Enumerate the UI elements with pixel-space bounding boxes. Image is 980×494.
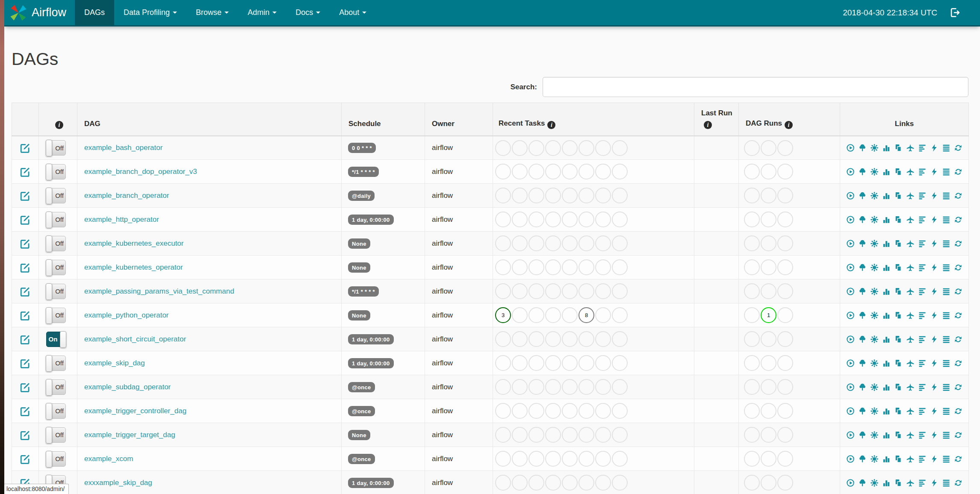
task-state-circle[interactable] bbox=[545, 164, 561, 179]
dag-link[interactable]: example_skip_dag bbox=[84, 359, 145, 367]
task-state-circle[interactable] bbox=[595, 427, 611, 443]
toggle-handle[interactable] bbox=[46, 355, 52, 372]
dag-run-circle[interactable] bbox=[744, 164, 760, 179]
dag-pause-toggle[interactable]: On bbox=[46, 332, 66, 347]
task-state-circle[interactable] bbox=[595, 235, 611, 251]
code-bolt-icon[interactable]: Code View bbox=[930, 311, 939, 320]
landing-times-icon[interactable]: Landing Times bbox=[906, 359, 915, 368]
graph-icon[interactable]: Graph View bbox=[870, 359, 879, 368]
task-state-circle[interactable] bbox=[545, 451, 561, 467]
play-circle-icon[interactable]: Trigger Dag bbox=[846, 407, 855, 415]
code-bolt-icon[interactable]: Code View bbox=[930, 215, 939, 224]
task-state-circle[interactable] bbox=[562, 379, 578, 395]
edit-dag-icon[interactable] bbox=[20, 238, 31, 249]
gantt-icon[interactable]: Gantt View bbox=[918, 191, 927, 200]
play-circle-icon[interactable]: Trigger Dag bbox=[846, 239, 855, 248]
logs-icon[interactable]: Logs bbox=[942, 191, 950, 200]
task-state-circle[interactable] bbox=[528, 188, 544, 203]
task-state-circle[interactable] bbox=[545, 427, 561, 443]
landing-times-icon[interactable]: Landing Times bbox=[906, 168, 915, 176]
tree-icon[interactable]: Tree View bbox=[858, 383, 867, 391]
dag-link[interactable]: example_trigger_target_dag bbox=[84, 431, 175, 439]
play-circle-icon[interactable]: Trigger Dag bbox=[846, 431, 855, 439]
task-state-circle[interactable] bbox=[528, 307, 544, 323]
nav-item-admin[interactable]: Admin bbox=[238, 0, 286, 25]
landing-times-icon[interactable]: Landing Times bbox=[906, 287, 915, 296]
task-state-circle[interactable] bbox=[562, 475, 578, 491]
toggle-handle[interactable] bbox=[46, 140, 52, 156]
tree-icon[interactable]: Tree View bbox=[858, 239, 867, 248]
dag-pause-toggle[interactable]: Off bbox=[46, 284, 66, 299]
edit-dag-icon[interactable] bbox=[20, 166, 31, 177]
refresh-icon[interactable]: Refresh bbox=[954, 407, 962, 415]
task-state-circle[interactable] bbox=[612, 164, 628, 179]
dag-run-circle[interactable] bbox=[744, 427, 760, 443]
dag-run-circle[interactable] bbox=[777, 188, 793, 203]
toggle-handle[interactable] bbox=[46, 235, 52, 252]
schedule-badge[interactable]: None bbox=[348, 238, 370, 249]
logs-icon[interactable]: Logs bbox=[942, 455, 950, 463]
code-bolt-icon[interactable]: Code View bbox=[930, 359, 939, 368]
nav-item-browse[interactable]: Browse bbox=[186, 0, 238, 25]
task-state-circle[interactable] bbox=[545, 475, 561, 491]
dag-link[interactable]: example_short_circuit_operator bbox=[84, 335, 186, 343]
task-state-circle[interactable] bbox=[595, 259, 611, 275]
tree-icon[interactable]: Tree View bbox=[858, 455, 867, 463]
task-state-circle[interactable] bbox=[562, 403, 578, 419]
task-state-circle[interactable] bbox=[545, 379, 561, 395]
play-circle-icon[interactable]: Trigger Dag bbox=[846, 191, 855, 200]
dag-run-circle[interactable] bbox=[744, 140, 760, 156]
schedule-badge[interactable]: 1 day, 0:00:00 bbox=[348, 215, 394, 225]
task-state-circle[interactable] bbox=[545, 355, 561, 371]
task-state-circle[interactable] bbox=[595, 212, 611, 227]
task-state-circle[interactable] bbox=[495, 403, 511, 419]
task-tries-icon[interactable]: Task Tries bbox=[894, 287, 903, 296]
landing-times-icon[interactable]: Landing Times bbox=[906, 215, 915, 224]
refresh-icon[interactable]: Refresh bbox=[954, 263, 962, 272]
landing-times-icon[interactable]: Landing Times bbox=[906, 239, 915, 248]
schedule-badge[interactable]: 0 0 * * * bbox=[348, 143, 376, 153]
tree-icon[interactable]: Tree View bbox=[858, 311, 867, 320]
dag-link[interactable]: example_passing_params_via_test_command bbox=[84, 287, 234, 295]
task-tries-icon[interactable]: Task Tries bbox=[894, 263, 903, 272]
dag-pause-toggle[interactable]: Off bbox=[46, 308, 66, 323]
task-tries-icon[interactable]: Task Tries bbox=[894, 144, 903, 152]
task-state-circle[interactable] bbox=[612, 475, 628, 491]
refresh-icon[interactable]: Refresh bbox=[954, 239, 962, 248]
toggle-handle[interactable] bbox=[46, 259, 52, 276]
graph-icon[interactable]: Graph View bbox=[870, 383, 879, 391]
task-state-circle[interactable] bbox=[512, 451, 528, 467]
dag-run-circle[interactable] bbox=[777, 235, 793, 251]
dag-run-circle[interactable] bbox=[761, 283, 776, 299]
dag-link[interactable]: example_bash_operator bbox=[84, 144, 162, 152]
dag-run-circle[interactable] bbox=[744, 403, 760, 419]
task-state-circle[interactable] bbox=[495, 283, 511, 299]
tree-icon[interactable]: Tree View bbox=[858, 263, 867, 272]
landing-times-icon[interactable]: Landing Times bbox=[906, 263, 915, 272]
task-state-circle[interactable] bbox=[528, 259, 544, 275]
landing-times-icon[interactable]: Landing Times bbox=[906, 455, 915, 463]
refresh-icon[interactable]: Refresh bbox=[954, 431, 962, 439]
logs-icon[interactable]: Logs bbox=[942, 479, 950, 487]
task-state-circle[interactable] bbox=[579, 403, 594, 419]
task-state-circle[interactable] bbox=[612, 355, 628, 371]
duration-chart-icon[interactable]: Task Duration bbox=[882, 263, 891, 272]
dag-run-circle[interactable] bbox=[761, 403, 776, 419]
dag-link[interactable]: example_xcom bbox=[84, 455, 133, 463]
task-state-circle[interactable] bbox=[512, 427, 528, 443]
task-state-circle[interactable] bbox=[545, 283, 561, 299]
task-state-circle[interactable] bbox=[495, 475, 511, 491]
task-state-circle[interactable] bbox=[528, 283, 544, 299]
edit-dag-icon[interactable] bbox=[20, 190, 31, 201]
brand[interactable]: Airflow bbox=[4, 0, 75, 25]
dag-run-circle[interactable] bbox=[761, 212, 776, 227]
graph-icon[interactable]: Graph View bbox=[870, 407, 879, 415]
logs-icon[interactable]: Logs bbox=[942, 287, 950, 296]
task-state-circle[interactable] bbox=[595, 164, 611, 179]
task-state-circle[interactable] bbox=[528, 403, 544, 419]
dag-run-circle[interactable] bbox=[744, 307, 760, 323]
toggle-handle[interactable] bbox=[46, 451, 52, 468]
task-tries-icon[interactable]: Task Tries bbox=[894, 335, 903, 344]
task-state-circle[interactable] bbox=[579, 451, 594, 467]
task-state-circle[interactable] bbox=[595, 403, 611, 419]
